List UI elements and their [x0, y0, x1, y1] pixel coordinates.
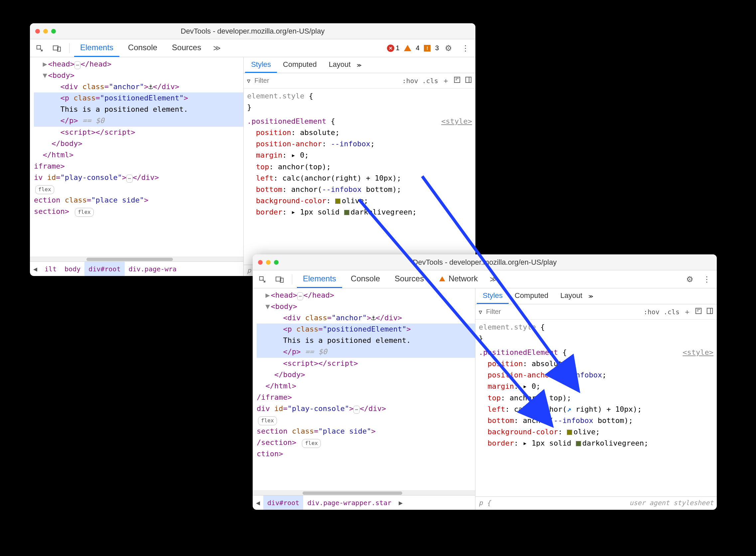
tab-console[interactable]: Console [122, 39, 163, 57]
subtab-layout[interactable]: Layout [554, 288, 588, 304]
flex-badge[interactable]: flex [302, 439, 321, 448]
sidebar-toggle-icon[interactable] [706, 307, 714, 317]
source-link[interactable]: <style> [441, 116, 472, 127]
subtab-computed[interactable]: Computed [509, 288, 554, 304]
close-icon[interactable] [258, 260, 263, 265]
tab-console[interactable]: Console [345, 270, 386, 288]
crumb-item[interactable]: div.page-wrapper.star [303, 495, 395, 510]
more-tabs-icon[interactable]: ≫ [487, 270, 501, 288]
selected-dom-node[interactable]: <p class="positionedElement"> [257, 323, 475, 335]
hov-toggle[interactable]: :hov [644, 308, 659, 316]
more-tabs-icon[interactable]: ≫ [210, 39, 224, 57]
kebab-menu-icon[interactable]: ⋮ [699, 275, 714, 284]
crumb-item[interactable]: ilt [41, 262, 61, 276]
more-subtabs-icon[interactable]: ≫ [357, 63, 362, 68]
filter-icon: ▿ [479, 308, 482, 316]
dom-tree[interactable]: ▶<head>⋯</head> ▼<body> <div class="anch… [253, 288, 475, 490]
crumb-prev-icon[interactable]: ◀ [30, 265, 41, 273]
color-swatch[interactable] [567, 430, 572, 435]
crumb-item[interactable]: body [61, 262, 84, 276]
new-rule-icon[interactable]: ＋ [684, 307, 691, 317]
styles-body[interactable]: element.style { } .positionedElement {<s… [475, 320, 717, 496]
fullscreen-icon[interactable] [51, 29, 56, 34]
tab-sources[interactable]: Sources [389, 270, 430, 288]
tab-elements[interactable]: Elements [297, 270, 342, 288]
ellipsis-icon[interactable]: ⋯ [297, 292, 303, 300]
computed-toggle-icon[interactable] [454, 76, 461, 85]
traffic-lights [30, 29, 56, 34]
svg-rect-4 [466, 77, 471, 82]
settings-icon[interactable]: ⚙ [441, 43, 456, 53]
titlebar: DevTools - developer.mozilla.org/en-US/p… [30, 23, 475, 39]
crumb-item[interactable]: div#root [263, 495, 303, 510]
hov-toggle[interactable]: :hov [402, 77, 418, 85]
dom-panel: ▶<head>⋯</head> ▼<body> <div class="anch… [30, 57, 244, 276]
kebab-menu-icon[interactable]: ⋮ [458, 43, 473, 53]
more-subtabs-icon[interactable]: ≫ [588, 293, 593, 299]
subtab-layout[interactable]: Layout [323, 57, 357, 73]
selected-dom-node[interactable]: <p class="positionedElement"> [34, 93, 243, 104]
fullscreen-icon[interactable] [274, 260, 279, 265]
color-swatch[interactable] [335, 199, 340, 204]
source-link[interactable]: <style> [683, 347, 714, 358]
flex-badge[interactable]: flex [75, 208, 94, 217]
traffic-lights [253, 260, 279, 265]
filter-row: ▿ :hov .cls ＋ [244, 73, 475, 89]
breadcrumb: ◀ div#root div.page-wrapper.star ▶ [253, 495, 475, 510]
new-rule-icon[interactable]: ＋ [442, 76, 449, 86]
ellipsis-icon[interactable]: ⋯ [353, 406, 359, 414]
flex-badge[interactable]: flex [35, 185, 54, 194]
styles-panel: Styles Computed Layout ≫ ▿ :hov .cls ＋ e… [475, 288, 717, 510]
ellipsis-icon[interactable]: ⋯ [74, 61, 80, 69]
titlebar: DevTools - developer.mozilla.org/en-US/p… [253, 254, 717, 270]
color-swatch[interactable] [576, 441, 581, 446]
filter-icon: ▿ [247, 77, 250, 85]
warning-icon [404, 45, 411, 51]
minimize-icon[interactable] [266, 260, 271, 265]
crumb-item[interactable]: div.page-wra [125, 262, 181, 276]
inspect-icon[interactable] [33, 39, 46, 57]
filter-row: ▿ :hov .cls ＋ [475, 304, 717, 320]
cls-toggle[interactable]: .cls [422, 77, 438, 85]
link-icon[interactable]: ↗ [567, 404, 571, 415]
minimize-icon[interactable] [43, 29, 48, 34]
close-icon[interactable] [35, 29, 40, 34]
crumb-item[interactable]: div#root [84, 262, 124, 276]
device-toggle-icon[interactable] [49, 39, 65, 57]
color-swatch[interactable] [344, 210, 350, 215]
styles-body[interactable]: element.style { } .positionedElement {<s… [244, 89, 475, 265]
subtab-styles[interactable]: Styles [477, 288, 509, 304]
sidebar-toggle-icon[interactable] [465, 76, 472, 85]
styles-subtabs: Styles Computed Layout ≫ [475, 288, 717, 304]
tab-network[interactable]: Network [433, 270, 484, 288]
filter-input[interactable] [254, 77, 338, 84]
main-toolbar: Elements Console Sources ≫ ✕1 4 ! 3 ⚙ ⋮ [30, 39, 475, 57]
ellipsis-icon[interactable]: ⋯ [126, 175, 132, 182]
styles-panel: Styles Computed Layout ≫ ▿ :hov .cls ＋ e… [244, 57, 475, 276]
dom-tree[interactable]: ▶<head>⋯</head> ▼<body> <div class="anch… [30, 57, 243, 257]
subtab-computed[interactable]: Computed [277, 57, 323, 73]
separator [292, 274, 292, 284]
user-agent-label: user agent stylesheet [629, 499, 714, 507]
warning-icon [439, 276, 445, 281]
subtab-styles[interactable]: Styles [245, 57, 277, 73]
inspect-icon[interactable] [255, 270, 269, 288]
crumb-next-icon[interactable]: ▶ [395, 499, 406, 507]
tab-elements[interactable]: Elements [74, 39, 119, 57]
link-icon[interactable]: ↗ [541, 392, 545, 404]
settings-icon[interactable]: ⚙ [683, 275, 697, 284]
svg-rect-10 [707, 308, 713, 314]
horizontal-scrollbar[interactable] [30, 257, 243, 262]
issue-icon: ! [424, 45, 431, 51]
device-toggle-icon[interactable] [272, 270, 287, 288]
issue-counts[interactable]: ✕1 4 ! 3 [387, 44, 439, 52]
crumb-prev-icon[interactable]: ◀ [253, 499, 263, 507]
dom-panel: ▶<head>⋯</head> ▼<body> <div class="anch… [253, 288, 475, 510]
cls-toggle[interactable]: .cls [663, 308, 680, 316]
computed-toggle-icon[interactable] [695, 307, 702, 317]
horizontal-scrollbar[interactable] [253, 490, 475, 495]
flex-badge[interactable]: flex [258, 416, 277, 425]
filter-input[interactable] [486, 308, 570, 316]
main-toolbar: Elements Console Sources Network ≫ ⚙ ⋮ [253, 270, 717, 288]
tab-sources[interactable]: Sources [166, 39, 207, 57]
